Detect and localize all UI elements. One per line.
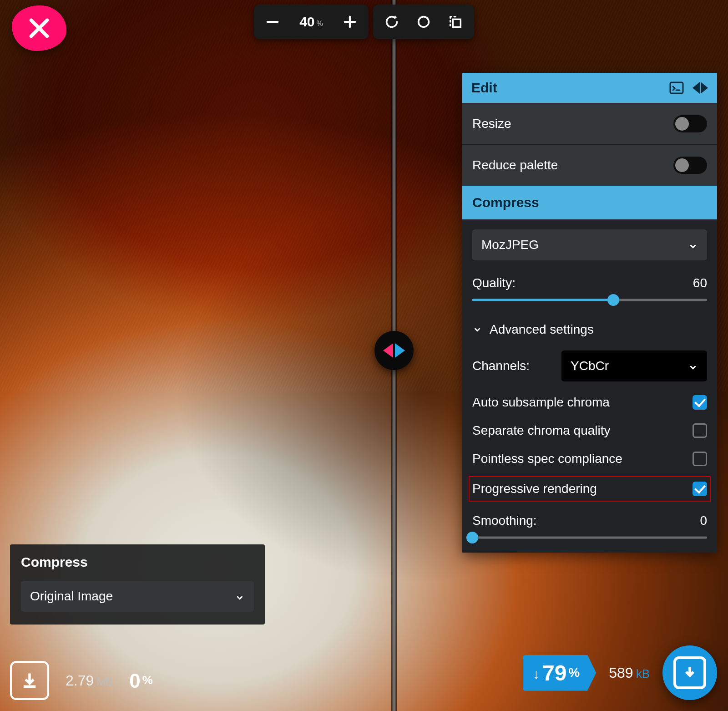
smoothing-slider[interactable] [472,533,707,543]
resize-toggle[interactable] [673,115,707,132]
right-output-bar: ↓ 79 % 589kB [523,645,717,700]
smoothing-label: Smoothing: [472,513,537,528]
progressive-checkbox[interactable] [693,482,707,496]
download-icon [681,664,699,682]
encoder-select[interactable]: MozJPEG [472,229,707,260]
right-size-value: 589 [609,665,633,681]
compare-right-icon [395,343,405,358]
svg-point-0 [419,17,429,27]
smoothing-value[interactable]: 0 [700,513,707,528]
quality-slider[interactable] [472,295,707,305]
savings-badge: ↓ 79 % [523,655,596,691]
compare-left-icon [383,343,393,358]
separate-chroma-label: Separate chroma quality [472,423,611,438]
quality-value[interactable]: 60 [693,276,707,290]
separate-chroma-checkbox[interactable] [693,423,707,438]
left-savings: 0% [129,669,153,692]
rotate-button[interactable] [376,7,408,36]
zoom-value: 40 [299,14,314,30]
download-right-button[interactable] [662,645,717,700]
chevron-down-icon [688,361,698,371]
left-encoder-select[interactable]: Original Image [21,581,254,612]
swap-icon [693,82,708,94]
plus-icon [342,14,358,30]
left-output-bar: 2.79MB 0% [10,661,153,700]
channels-value: YCbCr [571,359,609,373]
left-encoder-value: Original Image [30,589,113,604]
advanced-body: Channels: YCbCr Auto subsample chroma Se… [472,350,707,543]
pointless-checkbox[interactable] [693,452,707,466]
channels-row: Channels: YCbCr [472,350,707,381]
right-size-unit: kB [636,667,650,681]
progressive-row: Progressive rendering [472,480,707,498]
swap-sides-button[interactable] [693,80,708,96]
left-size-value: 2.79 [66,672,94,689]
savings-value: 79 [542,660,566,686]
zoom-in-button[interactable] [334,7,366,36]
compress-body: MozJPEG Quality: 60 Advanced settings Ch… [462,219,717,553]
savings-unit: % [568,665,580,680]
zoom-unit: % [317,20,323,28]
close-icon [28,17,51,40]
download-icon [20,670,40,691]
channels-select[interactable]: YCbCr [561,350,707,381]
left-savings-unit: % [142,673,153,687]
transform-group [373,5,474,39]
progressive-label: Progressive rendering [472,482,597,496]
auto-subsample-row: Auto subsample chroma [472,395,707,410]
flip-button[interactable] [440,7,471,36]
chevron-down-icon [472,325,482,335]
rotate-icon [384,14,399,30]
smoothing-row: Smoothing: 0 [472,513,707,528]
pointless-label: Pointless spec compliance [472,452,622,466]
frame-icon [448,14,463,30]
left-compress-panel: Compress Original Image [10,544,265,625]
background-toggle-button[interactable] [408,7,440,36]
right-size: 589kB [609,665,650,681]
compress-section-header: Compress [462,186,717,219]
left-size: 2.79MB [66,672,113,689]
reduce-palette-toggle[interactable] [673,157,707,174]
cli-button[interactable] [669,80,684,96]
channels-label: Channels: [472,359,530,373]
svg-rect-1 [453,19,460,27]
separate-chroma-row: Separate chroma quality [472,423,707,438]
auto-subsample-label: Auto subsample chroma [472,395,610,410]
zoom-out-button[interactable] [257,7,288,36]
resize-row: Resize [462,103,717,144]
compare-divider[interactable] [391,0,397,711]
left-compress-title: Compress [21,554,254,570]
auto-subsample-checkbox[interactable] [693,395,707,410]
reduce-palette-row: Reduce palette [462,144,717,186]
compress-title: Compress [472,195,539,210]
advanced-label: Advanced settings [490,322,594,337]
advanced-toggle[interactable]: Advanced settings [472,322,707,337]
chevron-down-icon [235,591,245,601]
compare-handle[interactable] [374,331,414,370]
zoom-level-display[interactable]: 40 % [288,7,334,36]
edit-title: Edit [471,80,497,96]
zoom-toolbar: 40 % [254,5,474,39]
svg-rect-2 [670,82,683,93]
down-arrow-icon: ↓ [533,666,540,682]
minus-icon [265,14,280,30]
left-size-unit: MB [96,675,113,688]
resize-label: Resize [472,117,511,131]
pointless-row: Pointless spec compliance [472,452,707,466]
quality-row: Quality: 60 [472,276,707,290]
download-left-button[interactable] [10,661,49,700]
reduce-palette-label: Reduce palette [472,158,558,173]
close-button[interactable] [12,5,66,51]
settings-panel: Edit Resize Reduce palette Compress MozJ… [462,73,717,553]
edit-section-header: Edit [462,73,717,103]
left-savings-value: 0 [129,670,140,692]
chevron-down-icon [688,240,698,250]
encoder-value: MozJPEG [481,238,539,252]
quality-label: Quality: [472,276,516,290]
zoom-group: 40 % [254,5,369,39]
circle-icon [416,14,431,30]
terminal-icon [669,80,684,96]
